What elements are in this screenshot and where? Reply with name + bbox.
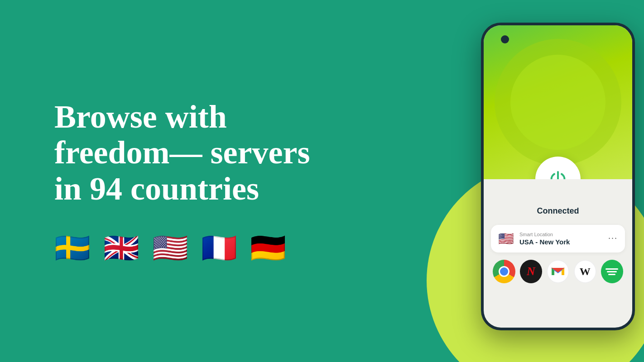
- more-options-icon[interactable]: ···: [608, 233, 618, 244]
- germany-flag: 🇩🇪: [250, 234, 286, 263]
- france-flag: 🇫🇷: [201, 234, 237, 263]
- phone-screen: Connected 🇺🇸 Smart Location USA - New Yo…: [484, 25, 632, 328]
- phone-top-area: [484, 25, 632, 179]
- camera-hole: [501, 35, 509, 43]
- chrome-app-icon[interactable]: [493, 260, 515, 283]
- left-content: Browse with freedom— servers in 94 count…: [0, 63, 390, 299]
- sweden-flag: 🇸🇪: [54, 234, 91, 263]
- location-card[interactable]: 🇺🇸 Smart Location USA - New York ···: [491, 225, 625, 252]
- phone-circle-decoration-2: [510, 55, 606, 150]
- headline-line2: freedom— servers: [54, 134, 310, 171]
- main-container: Browse with freedom— servers in 94 count…: [0, 0, 644, 362]
- gmail-svg: [551, 266, 565, 277]
- right-content: Connected 🇺🇸 Smart Location USA - New Yo…: [390, 0, 644, 362]
- location-flag: 🇺🇸: [498, 231, 514, 246]
- us-flag: 🇺🇸: [152, 234, 188, 263]
- gmail-app-icon[interactable]: [547, 260, 569, 283]
- headline: Browse with freedom— servers in 94 count…: [54, 99, 354, 207]
- headline-line1: Browse with: [54, 99, 227, 135]
- uk-flag: 🇬🇧: [103, 234, 139, 263]
- location-label: Smart Location: [519, 232, 608, 237]
- app-icons-row: N: [491, 260, 625, 283]
- location-info: Smart Location USA - New York: [519, 232, 608, 246]
- spotify-app-icon[interactable]: [601, 260, 624, 283]
- connected-label: Connected: [491, 206, 625, 216]
- flags-row: 🇸🇪 🇬🇧 🇺🇸 🇫🇷 🇩🇪: [54, 234, 354, 263]
- netflix-app-icon[interactable]: N: [520, 260, 543, 283]
- headline-line3: in 94 countries: [54, 171, 259, 207]
- phone-mockup: Connected 🇺🇸 Smart Location USA - New Yo…: [481, 23, 635, 330]
- power-icon: [548, 169, 568, 179]
- wikipedia-app-icon[interactable]: W: [574, 260, 596, 283]
- phone-bottom-area: Connected 🇺🇸 Smart Location USA - New Yo…: [484, 179, 632, 291]
- location-name: USA - New York: [519, 238, 608, 246]
